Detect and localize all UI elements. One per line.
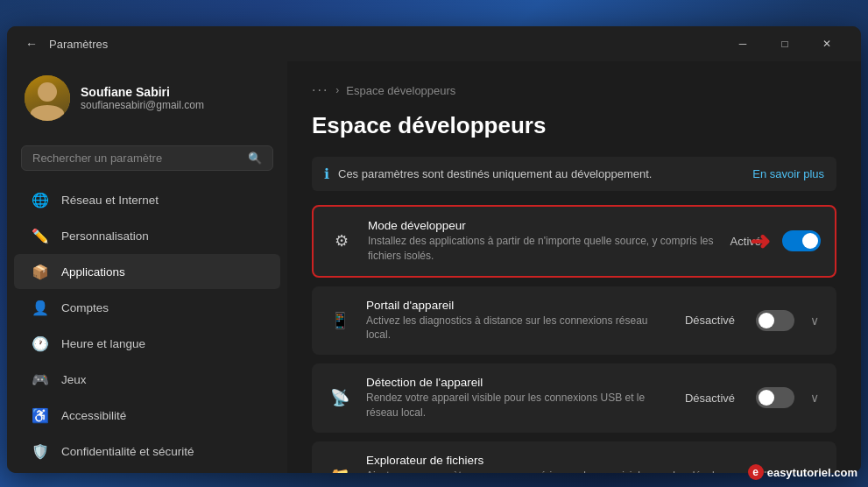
- sidebar-item-perso[interactable]: ✏️Personnalisation: [14, 218, 280, 253]
- nav-label-apps: Applications: [61, 265, 125, 279]
- sidebar-item-access[interactable]: ♿Accessibilité: [14, 398, 280, 433]
- sidebar-item-apps[interactable]: 📦Applications: [14, 254, 280, 289]
- breadcrumb-chevron: ›: [335, 84, 339, 96]
- page-title: Espace développeurs: [312, 112, 836, 139]
- breadcrumb-dots: ···: [312, 82, 328, 98]
- card-status-mode-dev: Activé: [730, 235, 761, 248]
- search-input[interactable]: [32, 152, 241, 165]
- card-portail: 📱Portail d'appareilActivez les diagnosti…: [312, 286, 836, 356]
- user-email: soufianesabiri@gmail.com: [81, 99, 204, 111]
- card-icon-explorateur: 📁: [326, 462, 354, 473]
- main-panel: ··· › Espace développeurs Espace dévelop…: [287, 61, 861, 473]
- card-mode-dev: ⚙Mode développeurInstallez des applicati…: [312, 205, 836, 278]
- card-icon-detection: 📡: [326, 384, 354, 412]
- chevron-portail[interactable]: ∨: [807, 310, 822, 331]
- window-controls: ─ □ ✕: [723, 30, 847, 58]
- avatar: [25, 75, 70, 121]
- nav-icon-perso: ✏️: [32, 227, 49, 244]
- card-title-portail: Portail d'appareil: [366, 299, 673, 312]
- content-area: Soufiane Sabiri soufianesabiri@gmail.com…: [7, 61, 861, 473]
- card-desc-portail: Activez les diagnostics à distance sur l…: [366, 314, 673, 343]
- nav-label-reseau: Réseau et Internet: [61, 194, 159, 207]
- learn-more-link[interactable]: En savoir plus: [752, 167, 824, 180]
- sidebar-item-jeux[interactable]: 🎮Jeux: [14, 362, 280, 397]
- nav-list: 🌐Réseau et Internet✏️Personnalisation📦Ap…: [7, 181, 287, 469]
- search-icon: 🔍: [248, 152, 262, 165]
- breadcrumb: ··· › Espace développeurs: [312, 82, 836, 98]
- card-desc-explorateur: Ajustez ces paramètres pour une expérien…: [366, 469, 794, 473]
- card-row-detection: 📡Détection de l'appareilRendez votre app…: [312, 363, 836, 433]
- nav-label-secu: Confidentialité et sécurité: [61, 445, 194, 458]
- card-detection: 📡Détection de l'appareilRendez votre app…: [312, 363, 836, 433]
- watermark-text: easytutoriel.com: [767, 466, 857, 479]
- window-title: Paramètres: [49, 38, 723, 51]
- info-text: Ces paramètres sont destinés uniquement …: [338, 167, 744, 180]
- nav-label-jeux: Jeux: [61, 373, 87, 386]
- nav-icon-apps: 📦: [32, 263, 49, 280]
- watermark-logo: e: [748, 464, 764, 480]
- nav-label-access: Accessibilité: [61, 409, 126, 422]
- toggle-mode-dev[interactable]: [782, 230, 821, 251]
- card-icon-portail: 📱: [326, 307, 354, 335]
- nav-icon-secu: 🛡️: [32, 442, 49, 460]
- user-name: Soufiane Sabiri: [81, 85, 204, 99]
- sidebar-item-comptes[interactable]: 👤Comptes: [14, 290, 280, 325]
- nav-label-comptes: Comptes: [61, 301, 109, 314]
- card-title-explorateur: Explorateur de fichiers: [366, 454, 794, 467]
- nav-icon-reseau: 🌐: [32, 191, 49, 208]
- nav-label-heure: Heure et langue: [61, 337, 145, 350]
- sidebar-item-reseau[interactable]: 🌐Réseau et Internet: [14, 182, 280, 217]
- close-button[interactable]: ✕: [807, 30, 847, 58]
- watermark: e easytutoriel.com: [748, 464, 857, 480]
- nav-label-perso: Personnalisation: [61, 229, 149, 243]
- card-status-portail: Désactivé: [685, 314, 735, 327]
- sidebar-item-secu[interactable]: 🛡️Confidentialité et sécurité: [14, 434, 280, 469]
- search-wrapper: 🔍: [7, 142, 287, 181]
- chevron-detection[interactable]: ∨: [807, 387, 822, 408]
- card-text-portail: Portail d'appareilActivez les diagnostic…: [366, 299, 673, 343]
- cards-container: ⚙Mode développeurInstallez des applicati…: [312, 205, 836, 473]
- nav-icon-heure: 🕐: [32, 335, 49, 352]
- card-desc-detection: Rendez votre appareil visible pour les c…: [366, 391, 673, 420]
- maximize-button[interactable]: □: [765, 30, 805, 58]
- card-status-detection: Désactivé: [685, 392, 735, 405]
- back-button[interactable]: ←: [21, 33, 42, 54]
- card-text-explorateur: Explorateur de fichiersAjustez ces param…: [366, 454, 794, 473]
- toggle-detection[interactable]: [756, 387, 794, 408]
- toggle-portail[interactable]: [756, 310, 794, 331]
- user-profile[interactable]: Soufiane Sabiri soufianesabiri@gmail.com: [7, 61, 287, 135]
- card-row-mode-dev: ⚙Mode développeurInstallez des applicati…: [314, 207, 835, 276]
- info-icon: ℹ: [324, 166, 329, 182]
- breadcrumb-current: Espace développeurs: [346, 84, 455, 97]
- card-row-portail: 📱Portail d'appareilActivez les diagnosti…: [312, 286, 836, 356]
- settings-window: ← Paramètres ─ □ ✕ Soufiane Sab: [7, 26, 861, 473]
- card-title-detection: Détection de l'appareil: [366, 376, 673, 389]
- nav-icon-comptes: 👤: [32, 299, 49, 316]
- nav-icon-access: ♿: [32, 406, 49, 424]
- card-text-detection: Détection de l'appareilRendez votre appa…: [366, 376, 673, 420]
- card-text-mode-dev: Mode développeurInstallez des applicatio…: [368, 219, 718, 264]
- card-icon-mode-dev: ⚙: [328, 227, 356, 255]
- nav-icon-jeux: 🎮: [32, 371, 49, 388]
- user-info: Soufiane Sabiri soufianesabiri@gmail.com: [81, 85, 204, 111]
- titlebar: ← Paramètres ─ □ ✕: [7, 26, 861, 61]
- card-title-mode-dev: Mode développeur: [368, 219, 718, 232]
- info-banner: ℹ Ces paramètres sont destinés uniquemen…: [312, 157, 836, 191]
- search-box: 🔍: [21, 145, 273, 171]
- sidebar: Soufiane Sabiri soufianesabiri@gmail.com…: [7, 61, 287, 473]
- minimize-button[interactable]: ─: [723, 30, 763, 58]
- sidebar-item-heure[interactable]: 🕐Heure et langue: [14, 326, 280, 361]
- card-desc-mode-dev: Installez des applications à partir de n…: [368, 234, 718, 264]
